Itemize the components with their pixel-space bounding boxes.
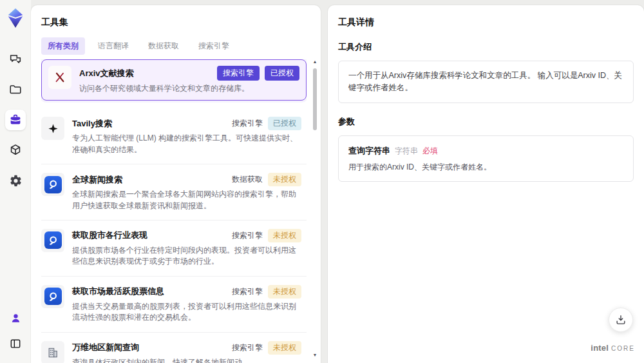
tool-description: 访问各个研究领域大量科学论文和文章的存储库。 [79, 83, 299, 94]
param-description: 用于搜索的Arxiv ID、关键字或作者姓名。 [348, 161, 623, 173]
tool-collection-panel: 工具集 所有类别 语言翻译 数据获取 搜索引擎 Arxiv文献搜索 搜索引擎 已… [31, 5, 321, 363]
tool-intro-text: 一个用于从Arxiv存储库搜索科学论文和文章的工具。 输入可以是Arxiv ID… [338, 61, 634, 103]
scrollbar-thumb[interactable] [313, 68, 317, 130]
scrollbar-up-arrow-icon[interactable]: ▲ [312, 59, 318, 64]
intel-core-logo: intel CORE [591, 343, 635, 353]
tool-category-label: 搜索引擎 [232, 230, 263, 241]
sidebar-bottom [5, 308, 26, 354]
scrollbar-down-arrow-icon[interactable]: ▼ [312, 353, 318, 358]
param-type: 字符串 [395, 145, 418, 157]
chat-icon[interactable] [5, 49, 26, 70]
tool-category-label: 搜索引擎 [232, 342, 263, 353]
toolbox-icon[interactable] [5, 110, 26, 130]
arxiv-logo [48, 66, 71, 89]
package-icon[interactable] [5, 140, 26, 161]
tool-title: Tavily搜索 [72, 118, 112, 130]
tab-all-categories[interactable]: 所有类别 [41, 37, 85, 55]
tool-auth-badge: 未授权 [268, 173, 301, 186]
tool-title: 获取市场最活跃股票信息 [72, 286, 164, 297]
tool-list-item[interactable]: 万维地区新闻查询 搜索引擎 未授权 查询具体行政区划内的新闻，快速了解各地新闻动 [41, 333, 307, 363]
param-name: 查询字符串 [348, 144, 390, 157]
news-app-logo [41, 285, 64, 308]
tool-collection-title: 工具集 [41, 17, 310, 28]
tool-category-label: 数据获取 [232, 174, 263, 185]
download-button[interactable] [609, 308, 633, 332]
tab-data-fetching[interactable]: 数据获取 [142, 37, 185, 55]
param-required-badge: 必填 [422, 145, 438, 157]
core-wordmark: CORE [611, 345, 635, 352]
sparkle-logo [41, 117, 64, 140]
tab-search-engine[interactable]: 搜索引擎 [192, 37, 236, 55]
tool-category-label: 搜索引擎 [232, 286, 263, 297]
tool-auth-badge: 未授权 [268, 285, 301, 299]
sidebar [0, 0, 31, 363]
tool-title: Arxiv文献搜索 [79, 68, 134, 79]
tool-category-label: 搜索引擎 [217, 66, 260, 81]
app-logo-icon [5, 6, 26, 30]
tool-intro-heading: 工具介绍 [338, 41, 634, 53]
params-heading: 参数 [338, 116, 634, 128]
tool-description: 全球新闻搜索是一个聚合全球各大新闻网站内容的搜索引擎，帮助用户快速获取全球最新资… [72, 189, 301, 211]
app-root: 工具集 所有类别 语言翻译 数据获取 搜索引擎 Arxiv文献搜索 搜索引擎 已… [0, 0, 644, 363]
tool-list-item[interactable]: 全球新闻搜索 数据获取 未授权 全球新闻搜索是一个聚合全球各大新闻网站内容的搜索… [41, 164, 307, 221]
tool-auth-badge: 已授权 [268, 117, 301, 130]
category-tabs: 所有类别 语言翻译 数据获取 搜索引擎 [41, 37, 310, 55]
sidebar-nav [5, 49, 26, 191]
tool-auth-badge: 未授权 [268, 229, 301, 242]
building-logo [41, 341, 64, 363]
tool-list-item[interactable]: Arxiv文献搜索 搜索引擎 已授权 访问各个研究领域大量科学论文和文章的存储库… [41, 59, 307, 101]
intel-wordmark: intel [591, 343, 609, 353]
news-app-logo [41, 229, 64, 252]
tool-description: 专为人工智能代理 (LLM) 构建的搜索引擎工具。可快速提供实时、准确和真实的结… [72, 133, 301, 155]
tool-description: 提供股票市场各个行业在特定时间段内的表现。投资者可以利用这些信息来识别表现优于或… [72, 245, 301, 268]
news-app-logo [41, 173, 64, 196]
param-card: 查询字符串 字符串 必填 用于搜索的Arxiv ID、关键字或作者姓名。 [338, 135, 634, 182]
tool-category-label: 搜索引擎 [232, 118, 263, 129]
tab-language-translation[interactable]: 语言翻译 [91, 37, 135, 55]
tool-list: Arxiv文献搜索 搜索引擎 已授权 访问各个研究领域大量科学论文和文章的存储库… [41, 59, 307, 363]
tool-description: 查询具体行政区划内的新闻，快速了解各地新闻动 [72, 357, 301, 363]
tool-list-item[interactable]: Tavily搜索 搜索引擎 已授权 专为人工智能代理 (LLM) 构建的搜索引擎… [41, 108, 307, 164]
folder-icon[interactable] [5, 79, 26, 100]
settings-gear-icon[interactable] [5, 170, 26, 191]
download-icon [614, 313, 627, 326]
tool-title: 获取股市各行业表现 [72, 230, 147, 241]
tool-detail-panel: 工具详情 工具介绍 一个用于从Arxiv存储库搜索科学论文和文章的工具。 输入可… [328, 5, 644, 363]
tool-list-item[interactable]: 获取市场最活跃股票信息 搜索引擎 未授权 提供当天交易量最高的股票列表，投资者可… [41, 277, 307, 333]
tool-title: 万维地区新闻查询 [72, 342, 139, 353]
tool-auth-badge: 未授权 [268, 341, 301, 355]
user-avatar-icon[interactable] [5, 308, 26, 328]
collapse-panel-icon[interactable] [5, 333, 26, 354]
tool-title: 全球新闻搜索 [72, 174, 122, 186]
tool-list-item[interactable]: 获取股市各行业表现 搜索引擎 未授权 提供股票市场各个行业在特定时间段内的表现。… [41, 221, 307, 277]
tool-auth-badge: 已授权 [265, 66, 299, 81]
tool-detail-title: 工具详情 [338, 17, 634, 28]
tool-description: 提供当天交易量最高的股票列表，投资者可以利用这些信息来识别流动性强的股票和潜在的… [72, 301, 301, 324]
list-scrollbar[interactable]: ▲ ▼ [312, 59, 318, 358]
